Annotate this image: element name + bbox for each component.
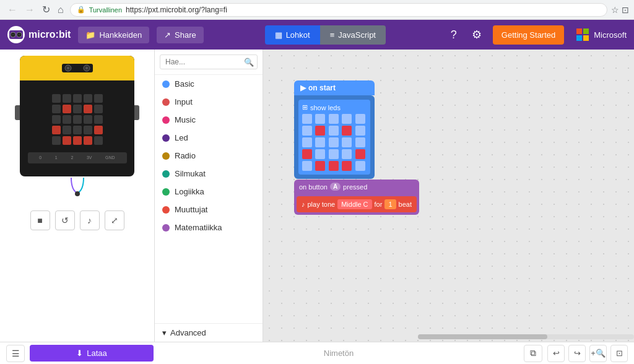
- projects-button[interactable]: 📁 Hankkeiden: [78, 27, 149, 43]
- toolbox-color-dot: [162, 224, 170, 232]
- button-key-pill[interactable]: A: [330, 183, 341, 191]
- pin-gnd: GND: [105, 155, 115, 160]
- led-preview-dot: [329, 114, 339, 124]
- download-button[interactable]: ⬇ Lataa: [30, 345, 154, 362]
- led-preview-dot: [355, 137, 365, 147]
- getting-started-button[interactable]: Getting Started: [493, 25, 564, 45]
- toolbox-item-led[interactable]: Led: [155, 129, 263, 147]
- led-dot: [52, 136, 61, 145]
- toolbox-item-music[interactable]: Music: [155, 111, 263, 129]
- share-button[interactable]: ↗ Share: [157, 27, 204, 43]
- led-dot: [73, 126, 82, 134]
- browser-chrome: ← → ↻ ⌂ 🔒 Turvallinen https://pxt.microb…: [0, 0, 634, 20]
- folder-icon: 📁: [85, 30, 95, 40]
- tab-javascript[interactable]: ≡ JavaScript: [320, 25, 386, 45]
- led-preview-dot: [302, 114, 312, 124]
- toolbox-color-dot: [162, 80, 170, 88]
- toolbox-item-muuttujat[interactable]: Muuttujat: [155, 201, 263, 219]
- help-button[interactable]: ?: [447, 25, 461, 45]
- menu-button[interactable]: ☰: [6, 345, 25, 362]
- project-name-container: Nimetön: [158, 349, 519, 358]
- secure-label: Turvallinen: [89, 6, 122, 14]
- button-block-body: ♪ play tone Middle C for 1 beat: [294, 194, 419, 215]
- restart-button[interactable]: ↺: [55, 210, 75, 230]
- toolbox-item-silmukat[interactable]: Silmukat: [155, 165, 263, 183]
- audio-button[interactable]: ♪: [80, 210, 100, 230]
- extensions-button[interactable]: ⊡: [622, 5, 629, 15]
- button-pressed-header: on button A pressed: [294, 180, 419, 194]
- bottom-right-actions: ↩ ↪ +🔍 ⊡: [547, 345, 628, 362]
- bookmark-button[interactable]: ☆: [611, 5, 619, 15]
- simulator-panel: 0 1 2 3V GND ■ ↺ ♪ ⤢: [0, 50, 155, 342]
- toolbox-color-dot: [162, 98, 170, 106]
- on-start-block[interactable]: ▶ on start ⊞ show leds: [294, 80, 375, 179]
- on-start-icon: ▶: [300, 84, 306, 92]
- led-preview-dot: [302, 137, 312, 147]
- search-input[interactable]: [160, 54, 258, 69]
- zoom-fit-button[interactable]: ⊡: [610, 345, 628, 362]
- pin-1: 1: [55, 155, 58, 160]
- svg-rect-10: [74, 66, 80, 70]
- led-dot: [84, 136, 92, 145]
- horizontal-scrollbar[interactable]: [418, 334, 634, 339]
- toolbox-color-dot: [162, 170, 170, 178]
- led-preview-dot: [302, 149, 312, 159]
- tab-group: ▦ Lohkot ≡ JavaScript: [265, 25, 386, 45]
- led-preview-dot: [315, 126, 325, 136]
- play-tone-block[interactable]: ♪ play tone Middle C for 1 beat: [297, 196, 417, 212]
- led-preview-dot: [355, 149, 365, 159]
- toolbox-item-logiikka[interactable]: Logiikka: [155, 183, 263, 201]
- undo-button[interactable]: ↩: [547, 345, 565, 362]
- side-button-right[interactable]: [134, 105, 139, 120]
- svg-point-4: [18, 33, 20, 36]
- led-dot: [52, 94, 61, 103]
- stop-button[interactable]: ■: [30, 210, 50, 230]
- copy-button[interactable]: ⧉: [524, 345, 542, 362]
- lock-icon: 🔒: [77, 6, 85, 14]
- home-button[interactable]: ⌂: [55, 3, 66, 17]
- ms-squares: [576, 28, 589, 41]
- beat-value[interactable]: 1: [384, 199, 396, 209]
- toolbox-item-matematiikka[interactable]: Matematiikka: [155, 219, 263, 236]
- advanced-item[interactable]: ▾ Advanced: [155, 323, 263, 342]
- side-button-left[interactable]: [15, 105, 20, 120]
- toolbox-item-input[interactable]: Input: [155, 93, 263, 111]
- led-preview-dot: [315, 137, 325, 147]
- toolbox-color-dot: [162, 188, 170, 196]
- fullscreen-button[interactable]: ⤢: [105, 210, 124, 230]
- led-preview-dot: [342, 137, 352, 147]
- led-dot: [84, 94, 92, 103]
- for-label: for: [375, 201, 383, 208]
- led-preview-dot: [342, 114, 352, 124]
- led-dot: [73, 94, 82, 103]
- tab-lohkot[interactable]: ▦ Lohkot: [265, 25, 320, 45]
- led-dot: [63, 126, 71, 134]
- sim-controls: ■ ↺ ♪ ⤢: [30, 210, 124, 230]
- back-button[interactable]: ←: [5, 3, 20, 17]
- toolbox-color-dot: [162, 134, 170, 142]
- address-bar[interactable]: 🔒 Turvallinen https://pxt.microbit.org/?…: [70, 3, 607, 17]
- led-preview-dot: [302, 126, 312, 136]
- led-preview-dot: [329, 149, 339, 159]
- led-dot: [73, 136, 82, 145]
- scrollbar-thumb[interactable]: [418, 334, 547, 339]
- led-preview-dot: [329, 126, 339, 136]
- toolbox-item-basic[interactable]: Basic: [155, 75, 263, 93]
- forward-button[interactable]: →: [22, 3, 37, 17]
- middle-c-dropdown[interactable]: Middle C: [337, 199, 371, 209]
- on-start-header: ▶ on start: [294, 80, 375, 95]
- workspace[interactable]: ▶ on start ⊞ show leds on button A pre: [263, 50, 634, 342]
- beat-label: beat: [399, 201, 412, 208]
- settings-button[interactable]: ⚙: [468, 24, 485, 45]
- led-dot: [94, 94, 103, 103]
- on-label: on button: [299, 183, 328, 191]
- toolbox-item-radio[interactable]: Radio: [155, 147, 263, 165]
- pin-0: 0: [39, 155, 41, 160]
- show-leds-block[interactable]: ⊞ show leds: [298, 100, 370, 175]
- redo-button[interactable]: ↪: [568, 345, 586, 362]
- led-preview-dot: [355, 126, 365, 136]
- reload-button[interactable]: ↻: [40, 2, 53, 17]
- button-block[interactable]: on button A pressed ♪ play tone Middle C…: [294, 180, 419, 215]
- led-grid: [52, 94, 103, 145]
- zoom-in-button[interactable]: +🔍: [589, 345, 607, 362]
